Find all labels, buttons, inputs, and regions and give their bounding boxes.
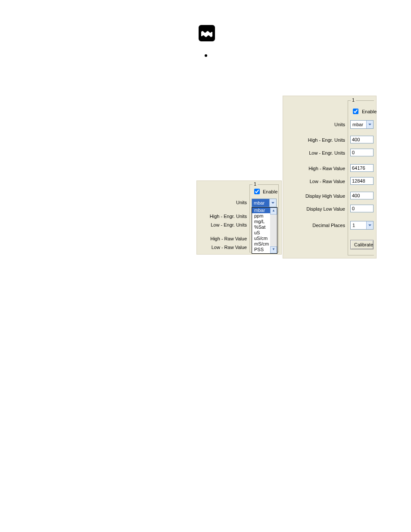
dropdown-arrow-icon[interactable] (366, 221, 373, 229)
low-raw-input[interactable] (350, 177, 374, 185)
dropdown-scrollbar[interactable]: ▲ ▼ (270, 208, 277, 253)
low-engr-input[interactable] (350, 149, 374, 156)
channel-group-left: 1 Enable mbar mbar ppm mg/L %Sat uS uS/c… (249, 184, 279, 252)
decimal-places-label: Decimal Places (283, 223, 345, 228)
display-low-input[interactable] (350, 205, 374, 212)
high-engr-label-left: High - Engr. Units (197, 214, 247, 219)
scroll-up-icon[interactable]: ▲ (270, 208, 277, 215)
enable-checkbox-right[interactable] (353, 109, 358, 114)
enable-row-right: Enable (351, 107, 377, 115)
decimal-places-combo[interactable]: 1 (350, 221, 374, 230)
high-engr-input[interactable] (350, 136, 374, 143)
enable-row-left: Enable (252, 187, 277, 196)
units-dropdown-list[interactable]: mbar ppm mg/L %Sat uS uS/cm mS/cm PSS ▲ … (252, 207, 277, 254)
low-raw-label-right: Low - Raw Value (283, 179, 345, 184)
group-legend-left: 1 (252, 181, 258, 187)
app-logo-icon (199, 25, 215, 41)
high-raw-label-right: High - Raw Value (283, 166, 345, 171)
enable-checkbox-left[interactable] (254, 189, 260, 194)
dropdown-arrow-icon[interactable] (366, 121, 373, 128)
enable-label-left: Enable (263, 189, 277, 194)
config-panel-right: 1 Enable Units mbar High - Engr. Units L… (283, 96, 377, 258)
units-label-right: Units (283, 122, 345, 127)
enable-label-right: Enable (362, 109, 377, 114)
units-combo-left[interactable]: mbar (252, 199, 277, 207)
units-combo-right[interactable]: mbar (350, 120, 374, 129)
dropdown-arrow-icon[interactable] (269, 199, 276, 207)
scroll-down-icon[interactable]: ▼ (270, 246, 277, 253)
display-high-label: Display High Value (283, 193, 345, 199)
decimal-places-text: 1 (351, 221, 366, 229)
high-raw-input[interactable] (350, 164, 374, 172)
display-high-input[interactable] (350, 192, 374, 199)
high-engr-label-right: High - Engr. Units (283, 137, 345, 143)
display-low-label: Display Low Value (283, 206, 345, 212)
bullet-dot-icon (205, 54, 207, 57)
units-combo-text-right: mbar (351, 121, 366, 128)
high-raw-label-left: High - Raw Value (197, 236, 247, 241)
units-label-left: Units (197, 200, 247, 205)
group-legend-right: 1 (351, 97, 356, 103)
units-combo-text-left: mbar (252, 199, 269, 207)
low-raw-label-left: Low - Raw Value (197, 245, 247, 250)
low-engr-label-right: Low - Engr. Units (283, 150, 345, 156)
config-panel-left: 1 Enable mbar mbar ppm mg/L %Sat uS uS/c… (196, 180, 282, 255)
low-engr-label-left: Low - Engr. Units (197, 222, 247, 227)
calibrate-button[interactable]: Calibrate (350, 240, 374, 249)
